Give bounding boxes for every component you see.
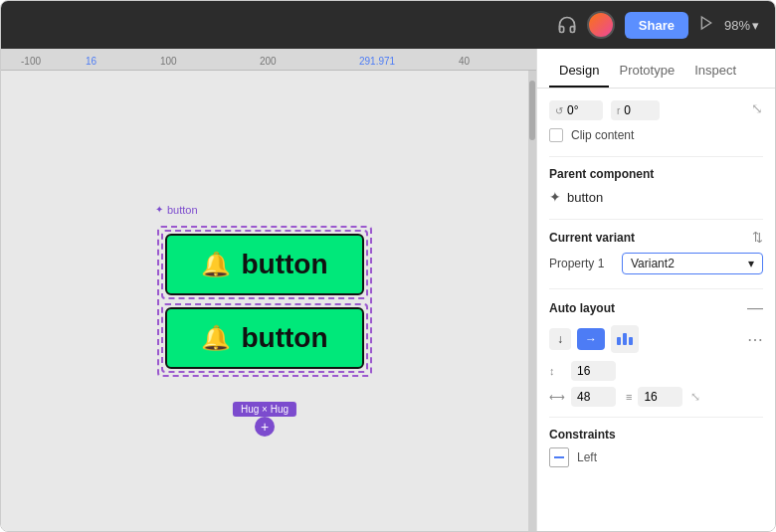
bell-icon-1: 🔔 (201, 251, 231, 278)
layout-controls: ↓ → ⋯ (549, 325, 763, 353)
hug-label: Hug × Hug (233, 402, 296, 417)
spacing-value-input[interactable] (571, 361, 616, 381)
corner-icon: r (617, 105, 620, 116)
spacing-icon: ↕ (549, 365, 565, 377)
divider-3 (549, 288, 763, 289)
ruler-mark-current: 291.971 (359, 56, 395, 67)
auto-layout-header: Auto layout — (549, 299, 763, 317)
share-button[interactable]: Share (625, 12, 688, 39)
zoom-control[interactable]: 98% ▾ (724, 18, 759, 33)
divider-2 (549, 219, 763, 220)
app-container: Share 98% ▾ -100 16 100 200 291. (0, 0, 776, 532)
headphone-icon[interactable] (557, 15, 577, 35)
ruler-mark: 200 (260, 56, 277, 67)
rotation-value[interactable] (567, 103, 597, 117)
property-label: Property 1 (549, 257, 614, 270)
panel-body: ↺ r ⤡ Clip content Parent compone (537, 89, 775, 531)
ruler-top: -100 16 100 200 291.971 40 (1, 49, 536, 71)
zoom-chevron: ▾ (752, 18, 759, 33)
variant-adjust-icon[interactable]: ⇅ (752, 230, 763, 245)
padding-v-icon: ≡ (626, 391, 632, 403)
divider-1 (549, 156, 763, 157)
ruler-mark: -100 (21, 56, 41, 67)
scrollbar-right[interactable] (528, 71, 536, 531)
ruler-mark-active: 16 (86, 56, 97, 67)
panel-tabs: Design Prototype Inspect (537, 49, 775, 89)
constraint-value: Left (577, 450, 597, 464)
direction-right-btn[interactable]: → (577, 328, 605, 350)
padding-h-row: ⟷ ≡ ⤡ (549, 387, 763, 407)
direction-down-btn[interactable]: ↓ (549, 328, 571, 350)
divider-4 (549, 417, 763, 418)
parent-component-row: ✦ button (549, 189, 763, 205)
diamond-icon: ✦ (155, 204, 163, 215)
variant-select[interactable]: Variant2 ▾ (622, 253, 763, 274)
bell-icon-2: 🔔 (201, 324, 231, 352)
padding-h-input[interactable] (571, 387, 616, 407)
parent-component-name: button (567, 190, 603, 205)
svg-marker-0 (701, 17, 710, 29)
avatar[interactable] (587, 11, 615, 39)
alignment-visual[interactable] (611, 325, 639, 353)
auto-layout-remove-icon[interactable]: — (747, 299, 763, 317)
constraint-indicator (549, 447, 569, 467)
variant-header: Current variant ⇅ (549, 230, 763, 245)
corner-radius-value[interactable] (624, 103, 654, 117)
canvas-content: ✦ button 🔔 button (1, 71, 528, 531)
play-button[interactable] (698, 15, 714, 35)
component-group: ✦ button 🔔 button (157, 226, 372, 377)
constraints-row: Left (549, 447, 763, 467)
button-row-2: 🔔 button (161, 303, 368, 373)
tab-inspect[interactable]: Inspect (684, 55, 746, 88)
top-bar-icons: Share 98% ▾ (557, 11, 759, 39)
clip-content-checkbox[interactable] (549, 128, 563, 142)
variant-row: Property 1 Variant2 ▾ (549, 253, 763, 274)
button-text-1: button (241, 249, 327, 280)
add-component-button[interactable]: + (255, 417, 275, 437)
canvas-area[interactable]: -100 16 100 200 291.971 40 ✦ button (1, 49, 536, 531)
more-options-icon[interactable]: ⋯ (747, 330, 763, 349)
scrollbar-thumb (529, 81, 535, 140)
constraints-title: Constraints (549, 428, 763, 442)
auto-layout-title: Auto layout (549, 301, 615, 315)
green-button-1[interactable]: 🔔 button (165, 234, 364, 295)
right-panel: Design Prototype Inspect ↺ r ⤡ (536, 49, 775, 531)
transform-row: ↺ r ⤡ (549, 100, 763, 120)
parent-component-title: Parent component (549, 167, 763, 181)
variant-chevron: ▾ (748, 257, 754, 270)
ruler-mark: 100 (160, 56, 177, 67)
ruler-mark: 40 (459, 56, 470, 67)
tab-prototype[interactable]: Prototype (609, 55, 684, 88)
rotation-input[interactable]: ↺ (549, 100, 603, 120)
green-button-2[interactable]: 🔔 button (165, 307, 364, 369)
clip-content-label: Clip content (571, 128, 634, 142)
padding-v-input[interactable] (638, 387, 682, 407)
button-row-1: 🔔 button (161, 230, 368, 299)
component-name: button (167, 204, 198, 216)
zoom-value: 98% (724, 18, 750, 33)
top-bar: Share 98% ▾ (1, 1, 775, 49)
button-selection-1[interactable]: 🔔 button (161, 230, 368, 299)
outer-selection[interactable]: 🔔 button 🔔 button (157, 226, 372, 377)
corner-radius-input[interactable]: r (611, 100, 660, 120)
padding-h-icon: ⟷ (549, 391, 565, 404)
button-text-2: button (241, 322, 327, 354)
component-label: ✦ button (155, 204, 198, 216)
variant-title: Current variant (549, 231, 635, 245)
main-area: -100 16 100 200 291.971 40 ✦ button (1, 49, 775, 531)
rotation-icon: ↺ (555, 105, 563, 116)
clip-content-row: Clip content (549, 128, 763, 142)
padding-corner-icon[interactable]: ⤡ (690, 390, 700, 404)
resize-icon[interactable]: ⤡ (751, 100, 763, 120)
tab-design[interactable]: Design (549, 55, 609, 88)
spacing-row: ↕ (549, 361, 763, 381)
component-icon: ✦ (549, 189, 561, 205)
button-selection-2[interactable]: 🔔 button (161, 303, 368, 373)
variant-value: Variant2 (631, 257, 675, 270)
